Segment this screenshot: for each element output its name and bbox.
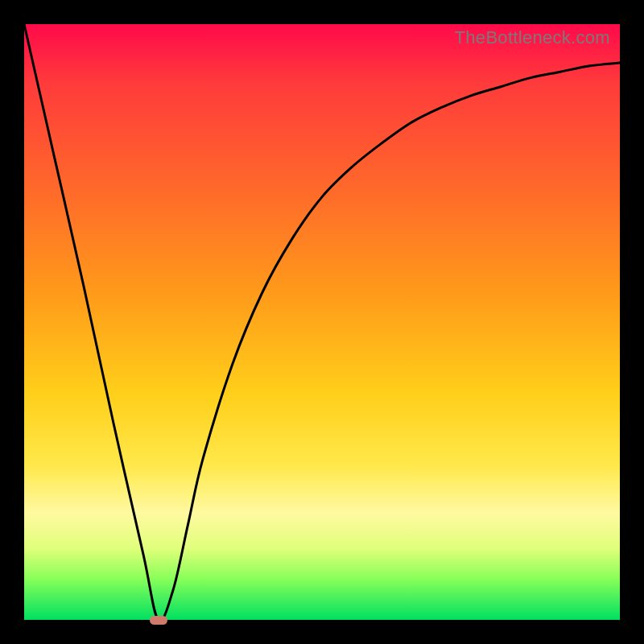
- min-marker: [150, 616, 167, 625]
- bottleneck-curve: [24, 24, 620, 620]
- plot-area: TheBottleneck.com: [24, 24, 620, 620]
- chart-frame: TheBottleneck.com: [0, 0, 644, 644]
- curve-svg: [24, 24, 620, 620]
